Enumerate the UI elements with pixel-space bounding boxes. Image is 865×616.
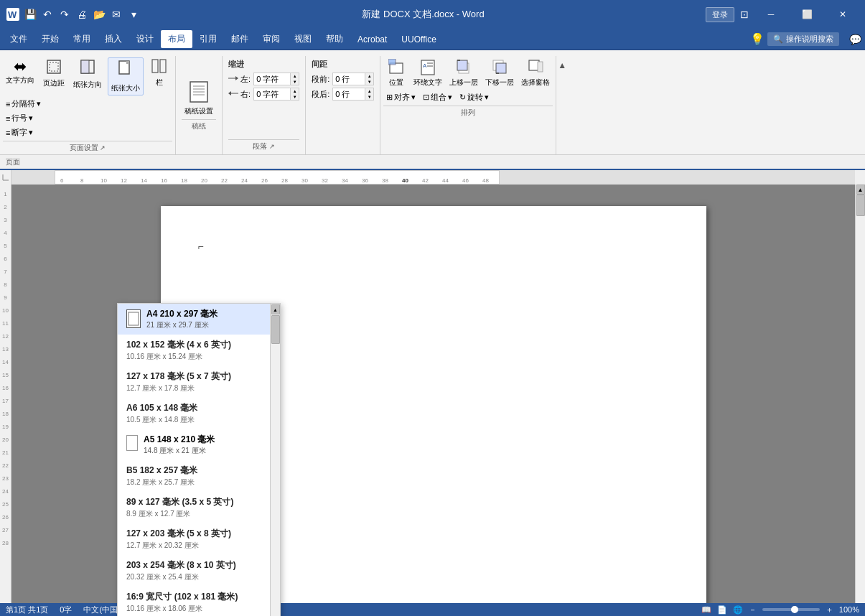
scroll-up-button[interactable]: ▲ (856, 185, 865, 195)
rotate-dropdown[interactable]: ↻ 旋转 ▾ (457, 90, 492, 104)
menu-insert[interactable]: 插入 (98, 30, 129, 48)
dropdown-scroll-thumb[interactable] (271, 315, 280, 344)
send-backward-button[interactable]: 下移一层 (482, 57, 517, 89)
close-button[interactable]: ✕ (826, 0, 859, 29)
ps-item-4-title: A6 105 x 148 毫米 (126, 402, 271, 414)
menu-acrobat[interactable]: Acrobat (350, 32, 394, 47)
margins-button[interactable]: 页边距 (40, 57, 67, 90)
margins-icon (46, 59, 62, 78)
view-print-button[interactable]: 📄 (717, 605, 727, 615)
menu-file[interactable]: 文件 (3, 30, 34, 48)
view-web-button[interactable]: 🌐 (733, 605, 743, 615)
spacing-before-up[interactable]: ▲ (365, 73, 373, 79)
page-setup-group-label: 页面设置 ↗ (3, 141, 172, 153)
ps-item-6[interactable]: B5 182 x 257 毫米 18.2 厘米 x 25.7 厘米 (118, 460, 280, 492)
ps-item-10[interactable]: 16:9 宽尺寸 (102 x 181 毫米) 10.16 厘米 x 18.06… (118, 587, 280, 616)
wrap-text-icon: A (420, 59, 436, 78)
align-dropdown[interactable]: ⊞ 对齐 ▾ (383, 90, 419, 104)
lang-label: 中文(中国) (83, 605, 120, 615)
svg-marker-7 (126, 61, 129, 64)
title-bar: W 💾 ↶ ↷ 🖨 📂 ✉ ▾ 新建 DOCX 文档.docx - Word 登… (0, 0, 865, 29)
paper-orientation-button[interactable]: 纸张方向 (70, 57, 105, 91)
chat-icon[interactable]: 💬 (848, 32, 862, 47)
login-button[interactable]: 登录 (706, 7, 734, 22)
draft-paper-button[interactable]: 稿纸设置 (182, 79, 216, 118)
selection-pane-button[interactable]: 选择窗格 (518, 57, 553, 89)
indent-right-down[interactable]: ▼ (290, 94, 299, 100)
scroll-track[interactable] (856, 195, 865, 616)
indent-left-input[interactable]: ▲ ▼ (253, 73, 299, 85)
menu-review[interactable]: 审阅 (256, 30, 287, 48)
redo-icon[interactable]: ↷ (57, 7, 72, 22)
ribbon-display-icon[interactable]: ⊡ (737, 7, 752, 22)
more-icon[interactable]: ▾ (126, 7, 141, 22)
restore-button[interactable]: ⬜ (790, 0, 823, 29)
separator-icon: ≡ (6, 100, 10, 108)
ribbon-collapse-icon[interactable]: ▲ (558, 60, 566, 70)
zoom-in-button[interactable]: ＋ (826, 605, 833, 615)
line-numbers-dropdown[interactable]: ≡ 行号 ▾ (3, 111, 44, 125)
menu-layout[interactable]: 布局 (161, 30, 192, 48)
word-count: 0字 (60, 605, 72, 615)
draft-paper-label: 稿纸设置 (184, 106, 213, 116)
print-icon[interactable]: 🖨 (75, 7, 89, 22)
spacing-before-input[interactable]: ▲ ▼ (332, 73, 374, 85)
scroll-thumb[interactable] (856, 195, 865, 216)
group-dropdown[interactable]: ⊡ 组合 ▾ (420, 90, 455, 104)
open-icon[interactable]: 📂 (92, 7, 106, 22)
spacing-after-down[interactable]: ▼ (365, 94, 373, 100)
spacing-before-down[interactable]: ▼ (365, 79, 373, 85)
menu-help[interactable]: 帮助 (319, 30, 350, 48)
ps-item-9[interactable]: 203 x 254 毫米 (8 x 10 英寸) 20.32 厘米 x 25.4… (118, 555, 280, 587)
wrap-text-button[interactable]: A 环绕文字 (411, 57, 445, 89)
position-button[interactable]: 位置 (383, 57, 409, 89)
ps-item-2[interactable]: 102 x 152 毫米 (4 x 6 英寸) 10.16 厘米 x 15.24… (118, 335, 280, 366)
menu-view[interactable]: 视图 (287, 30, 319, 48)
paper-size-button[interactable]: 纸张大小 (108, 57, 144, 95)
separator-dropdown[interactable]: ≡ 分隔符 ▾ (3, 97, 44, 111)
zoom-thumb[interactable] (791, 606, 798, 613)
ps-item-9-title: 203 x 254 毫米 (8 x 10 英寸) (126, 559, 271, 571)
indent-left-down[interactable]: ▼ (290, 79, 299, 85)
ps-item-3[interactable]: 127 x 178 毫米 (5 x 7 英寸) 12.7 厘米 x 17.8 厘… (118, 366, 280, 398)
menu-uuoffice[interactable]: UUOffice (394, 32, 443, 47)
indent-right-input[interactable]: ▲ ▼ (253, 88, 299, 101)
menu-home[interactable]: 开始 (34, 30, 66, 48)
indent-left-up[interactable]: ▲ (290, 73, 299, 79)
zoom-out-button[interactable]: － (749, 605, 757, 615)
dropdown-scroll-up[interactable]: ▲ (271, 304, 280, 314)
email-icon[interactable]: ✉ (109, 7, 123, 22)
ps-item-7[interactable]: 89 x 127 毫米 (3.5 x 5 英寸) 8.9 厘米 x 12.7 厘… (118, 492, 280, 523)
menu-common[interactable]: 常用 (66, 30, 98, 48)
menu-mailings[interactable]: 邮件 (224, 30, 256, 48)
dropdown-scrollbar[interactable]: ▲ ▼ (270, 304, 280, 616)
save-icon[interactable]: 💾 (23, 7, 37, 22)
title-bar-left: W 💾 ↶ ↷ 🖨 📂 ✉ ▾ (6, 7, 141, 22)
ps-item-4[interactable]: A6 105 x 148 毫米 10.5 厘米 x 14.8 厘米 (118, 398, 280, 429)
menu-design[interactable]: 设计 (129, 30, 161, 48)
text-direction-button[interactable]: ⬌ 文字方向 (3, 57, 37, 87)
vertical-scrollbar[interactable]: ▲ ▼ (855, 185, 865, 616)
view-read-button[interactable]: 📖 (701, 605, 711, 615)
menu-references[interactable]: 引用 (192, 30, 224, 48)
spacing-after-input[interactable]: ▲ ▼ (332, 88, 374, 101)
undo-icon[interactable]: ↶ (40, 7, 55, 22)
columns-button[interactable]: 栏 (146, 57, 172, 89)
position-icon (388, 59, 404, 78)
bring-forward-label: 上移一层 (449, 78, 478, 88)
spacing-after-up[interactable]: ▲ (365, 88, 373, 94)
zoom-slider[interactable] (762, 608, 820, 611)
ribbon: ⬌ 文字方向 页边距 纸张方向 (0, 50, 865, 170)
draft-paper-icon (189, 80, 209, 105)
ps-item-a5[interactable]: A5 148 x 210 毫米 14.8 厘米 x 21 厘米 (118, 429, 280, 460)
ps-item-8[interactable]: 127 x 203 毫米 (5 x 8 英寸) 12.7 厘米 x 20.32 … (118, 523, 280, 555)
ps-item-9-sub: 20.32 厘米 x 25.4 厘米 (126, 572, 271, 582)
ps-item-a4[interactable]: A4 210 x 297 毫米 21 厘米 x 29.7 厘米 (118, 304, 280, 335)
bring-forward-button[interactable]: 上移一层 (446, 57, 481, 89)
hyphenation-dropdown[interactable]: ≡ 断字 ▾ (3, 126, 44, 139)
ps-item-7-sub: 8.9 厘米 x 12.7 厘米 (126, 509, 271, 519)
line-numbers-chevron-icon: ▾ (29, 113, 33, 123)
indent-right-up[interactable]: ▲ (290, 88, 299, 94)
minimize-button[interactable]: ─ (754, 0, 787, 29)
search-bar[interactable]: 🔍 操作说明搜索 (767, 32, 839, 46)
